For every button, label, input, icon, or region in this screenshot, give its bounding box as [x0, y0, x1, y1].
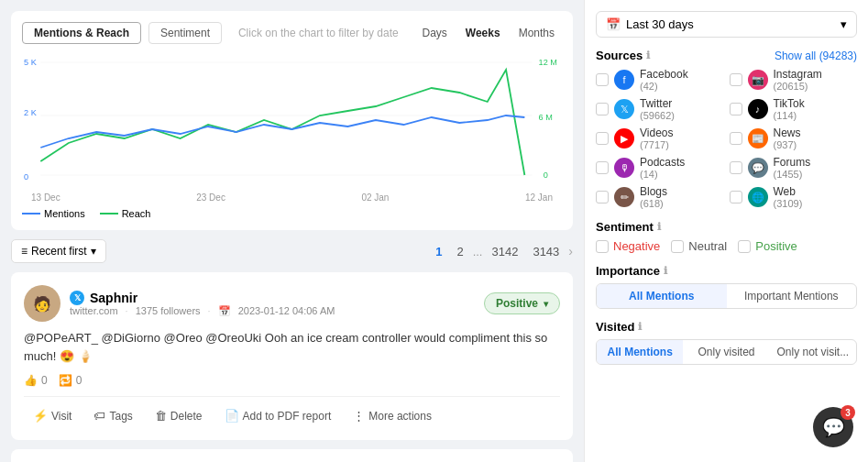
importance-section: Importance ℹ All Mentions Important Ment…: [596, 264, 857, 309]
sort-chevron-icon: ▾: [91, 245, 96, 258]
sources-header: Sources ℹ Show all (94283): [596, 49, 857, 62]
source-checkbox-web[interactable]: [730, 191, 742, 204]
period-months[interactable]: Months: [511, 24, 562, 42]
post-card-1: 🧑 Saphnir twitter.com · 1375 followers ·…: [11, 272, 573, 440]
sentiment-label-1: Positive: [496, 297, 538, 310]
visited-row: All Mentions Only visited Only not visit…: [596, 339, 857, 365]
source-checkbox-news[interactable]: [730, 132, 742, 145]
followers-1: 1375 followers: [136, 305, 201, 316]
sentiment-negative-item[interactable]: Negative: [596, 239, 660, 253]
date-filter-chevron-icon: ▾: [841, 17, 847, 31]
legend-reach: Reach: [100, 208, 151, 219]
svg-text:0: 0: [24, 172, 28, 182]
list-controls: ≡ Recent first ▾ 1 2 ... 3142 3143 ›: [11, 239, 573, 263]
post-date-1: 2023-01-12 04:06 AM: [238, 305, 335, 316]
source-label-blogs: Blogs (618): [640, 185, 667, 209]
sentiment-section: Sentiment ℹ Negative Neutral Positive: [596, 220, 857, 253]
source-url-1: twitter.com: [70, 305, 118, 316]
pdf-button-1[interactable]: 📄 Add to PDF report: [215, 404, 341, 427]
chart-hint: Click on the chart to filter by date: [229, 27, 407, 39]
source-checkbox-podcasts[interactable]: [596, 161, 609, 174]
sentiment-neutral-item[interactable]: Neutral: [671, 239, 727, 253]
tab-mentions-reach[interactable]: Mentions & Reach: [22, 22, 141, 44]
post-meta-1: Saphnir twitter.com · 1375 followers · 📅…: [70, 291, 475, 317]
page-3142[interactable]: 3142: [486, 243, 523, 260]
source-checkbox-videos[interactable]: [596, 132, 609, 145]
chart-label-4: 12 Jan: [525, 192, 553, 203]
source-label-tiktok: TikTok (114): [774, 97, 805, 121]
sentiment-positive-checkbox[interactable]: [738, 240, 751, 253]
chat-badge: 3: [841, 405, 855, 420]
svg-text:2 K: 2 K: [24, 108, 37, 117]
source-label-twitter: Twitter (59662): [640, 97, 675, 121]
source-icon-facebook: f: [614, 70, 634, 90]
chart-header: Mentions & Reach Sentiment Click on the …: [22, 22, 562, 44]
source-item-tiktok: ♪ TikTok (114): [730, 97, 858, 121]
more-icon: ⋮: [353, 409, 365, 423]
sentiment-positive-item[interactable]: Positive: [738, 239, 797, 253]
visited-all-button[interactable]: All Mentions: [597, 340, 683, 364]
importance-important-button[interactable]: Important Mentions: [727, 284, 857, 308]
visit-button-1[interactable]: ⚡ Visit: [24, 404, 81, 427]
sources-info-icon[interactable]: ℹ: [646, 50, 650, 61]
sentiment-badge-1[interactable]: Positive ▾: [484, 292, 560, 314]
source-checkbox-forums[interactable]: [730, 161, 742, 174]
page-2[interactable]: 2: [451, 243, 468, 260]
avatar-1: 🧑: [24, 285, 60, 322]
svg-text:12 M: 12 M: [539, 58, 557, 67]
period-weeks[interactable]: Weeks: [458, 24, 508, 42]
post-reactions-1: 👍 0 🔁 0: [24, 374, 560, 387]
source-checkbox-twitter[interactable]: [596, 103, 609, 116]
sentiment-row: Negative Neutral Positive: [596, 239, 857, 253]
chart-period: Days Weeks Months: [414, 24, 562, 42]
sentiment-title: Sentiment ℹ: [596, 220, 857, 234]
source-item-news: 📰 News (937): [730, 126, 858, 150]
importance-title-text: Importance: [596, 264, 660, 278]
pagination: 1 2 ... 3142 3143 ›: [430, 243, 573, 260]
date-filter-label: Last 30 days: [626, 17, 694, 31]
period-days[interactable]: Days: [414, 24, 454, 42]
page-dots: ...: [473, 245, 483, 258]
source-checkbox-tiktok[interactable]: [730, 103, 742, 116]
date-filter[interactable]: 📅 Last 30 days ▾: [596, 11, 857, 38]
sentiment-negative-checkbox[interactable]: [596, 240, 609, 253]
importance-all-button[interactable]: All Mentions: [597, 284, 727, 308]
chart-section: Mentions & Reach Sentiment Click on the …: [11, 11, 573, 230]
like-icon: 👍: [24, 374, 38, 387]
chart-label-1: 13 Dec: [31, 192, 60, 203]
visited-not-button[interactable]: Only not visit...: [770, 340, 856, 364]
visited-info-icon[interactable]: ℹ: [638, 321, 642, 333]
svg-text:5 K: 5 K: [24, 58, 37, 67]
chat-bubble[interactable]: 💬 3: [813, 407, 853, 447]
source-item-videos: ▶ Videos (7717): [596, 126, 724, 150]
source-checkbox-instagram[interactable]: [730, 73, 742, 86]
more-actions-button-1[interactable]: ⋮ More actions: [344, 404, 441, 427]
sentiment-info-icon[interactable]: ℹ: [657, 221, 661, 233]
page-1[interactable]: 1: [430, 243, 447, 260]
source-icon-blogs: ✏: [614, 187, 634, 207]
source-item-facebook: f Facebook (42): [596, 68, 724, 92]
sentiment-neutral-checkbox[interactable]: [671, 240, 684, 253]
delete-icon: 🗑: [155, 409, 167, 423]
source-checkbox-blogs[interactable]: [596, 191, 609, 204]
source-checkbox-facebook[interactable]: [596, 73, 609, 86]
importance-info-icon[interactable]: ℹ: [664, 265, 667, 277]
tags-label-1: Tags: [109, 410, 132, 423]
source-icon-podcasts: 🎙: [614, 158, 634, 178]
visited-only-button[interactable]: Only visited: [683, 340, 769, 364]
next-page-arrow[interactable]: ›: [568, 244, 573, 258]
sources-grid: f Facebook (42) 📷 Instagram (20615) 𝕏 Tw…: [596, 68, 857, 209]
show-all-sources[interactable]: Show all (94283): [775, 50, 857, 62]
source-label-web: Web (3109): [774, 185, 803, 209]
sort-button[interactable]: ≡ Recent first ▾: [11, 239, 106, 263]
source-icon-web: 🌐: [748, 187, 768, 207]
tags-button-1[interactable]: 🏷 Tags: [84, 404, 141, 427]
source-item-instagram: 📷 Instagram (20615): [730, 68, 858, 92]
tab-sentiment[interactable]: Sentiment: [148, 22, 222, 44]
author-name-1: Saphnir: [90, 291, 137, 305]
chart-svg[interactable]: 5 K 2 K 0 12 M 6 M 0: [22, 51, 562, 189]
delete-button-1[interactable]: 🗑 Delete: [146, 404, 212, 427]
page-3143[interactable]: 3143: [527, 243, 565, 260]
show-all-label: Show all: [775, 50, 816, 62]
sort-label: Recent first: [31, 245, 87, 258]
